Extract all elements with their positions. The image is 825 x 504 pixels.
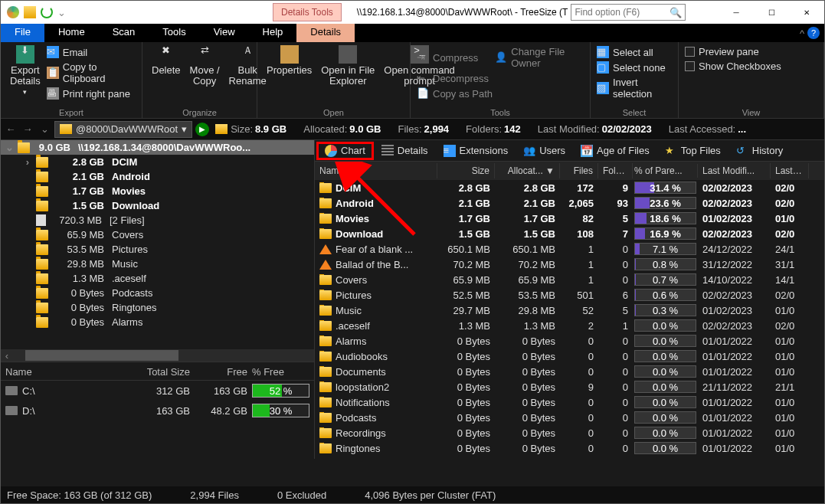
address-bar[interactable]: @8000\DavWWWRoot ▾ bbox=[54, 121, 192, 138]
drive-row[interactable]: D:\ 163 GB 48.2 GB 30 % bbox=[1, 401, 314, 421]
move-copy-button[interactable]: ⇄Move / Copy bbox=[185, 44, 224, 88]
tab-history[interactable]: ↺History bbox=[728, 142, 791, 159]
nav-dropdown[interactable]: ⌄ bbox=[38, 123, 51, 135]
scan-button[interactable]: ▶ bbox=[195, 123, 209, 136]
collapse-ribbon[interactable]: ^ bbox=[800, 28, 804, 39]
col-folders[interactable]: Fold... bbox=[598, 163, 633, 178]
tree-row[interactable]: 0 BytesAlarms bbox=[1, 315, 314, 329]
close-button[interactable]: ✕ bbox=[789, 1, 824, 24]
table-row[interactable]: Ringtones 0 Bytes 0 Bytes 0 0 0.0 % 01/0… bbox=[315, 440, 824, 456]
tab-view[interactable]: View bbox=[200, 24, 249, 42]
tab-details-view[interactable]: Details bbox=[374, 142, 436, 159]
table-row[interactable]: Android 2.1 GB 2.1 GB 2,065 93 23.6 % 02… bbox=[315, 195, 824, 211]
tree-row[interactable]: 1.3 MB.aceself bbox=[1, 271, 314, 286]
tab-users[interactable]: 👥Users bbox=[516, 142, 573, 159]
table-row[interactable]: Pictures 52.5 MB 53.5 MB 501 6 0.6 % 02/… bbox=[315, 287, 824, 303]
tree-row[interactable]: 65.9 MBCovers bbox=[1, 227, 314, 242]
table-row[interactable]: Fear of a blank ... 650.1 MB 650.1 MB 1 … bbox=[315, 241, 824, 257]
find-option-box[interactable]: 🔍 bbox=[571, 4, 686, 21]
change-owner-button[interactable]: 👤Change File Owner bbox=[493, 45, 585, 70]
refresh-icon[interactable] bbox=[41, 6, 53, 18]
open-explorer-button[interactable]: Open in File Explorer bbox=[316, 44, 379, 88]
table-row[interactable]: loopstation2 0 Bytes 0 Bytes 9 0 0.0 % 2… bbox=[315, 379, 824, 394]
table-row[interactable]: Notifications 0 Bytes 0 Bytes 0 0 0.0 % … bbox=[315, 394, 824, 410]
tab-file[interactable]: File bbox=[1, 24, 44, 42]
col-pctfree[interactable]: % Free bbox=[252, 366, 309, 378]
expand-icon[interactable]: ⌄ bbox=[4, 142, 15, 153]
tab-age[interactable]: 📅Age of Files bbox=[573, 142, 657, 159]
table-row[interactable]: Podcasts 0 Bytes 0 Bytes 0 0 0.0 % 01/01… bbox=[315, 410, 824, 425]
col-name[interactable]: Name bbox=[5, 366, 137, 378]
email-button[interactable]: ✉Email bbox=[45, 45, 137, 59]
tree-row[interactable]: 29.8 MBMusic bbox=[1, 257, 314, 271]
tab-scan[interactable]: Scan bbox=[99, 24, 149, 42]
col-name[interactable]: Name bbox=[315, 163, 437, 178]
col-free[interactable]: Free bbox=[195, 366, 252, 378]
tab-home[interactable]: Home bbox=[44, 24, 99, 42]
table-row[interactable]: Documents 0 Bytes 0 Bytes 0 0 0.0 % 01/0… bbox=[315, 364, 824, 379]
compress-button[interactable]: ⇥Compress bbox=[415, 45, 480, 70]
tree-row[interactable]: 720.3 MB[2 Files] bbox=[1, 213, 314, 227]
maximize-button[interactable]: ☐ bbox=[754, 1, 789, 24]
col-files[interactable]: Files bbox=[560, 163, 598, 178]
cell-pct-bar: 0.0 % bbox=[634, 442, 696, 454]
tree-row[interactable]: 1.5 GBDownload bbox=[1, 198, 314, 213]
table-row[interactable]: Ballad of the B... 70.2 MB 70.2 MB 1 0 0… bbox=[315, 257, 824, 272]
table-row[interactable]: DCIM 2.8 GB 2.8 GB 172 9 31.4 % 02/02/20… bbox=[315, 180, 824, 195]
search-icon[interactable]: 🔍 bbox=[669, 7, 682, 18]
select-all-button[interactable]: ▦Select all bbox=[595, 45, 673, 59]
tree-row[interactable]: ›2.8 GBDCIM bbox=[1, 155, 314, 169]
show-checkboxes-checkbox[interactable]: Show Checkboxes bbox=[683, 60, 783, 73]
open-folder-icon[interactable] bbox=[24, 6, 36, 18]
table-row[interactable]: Movies 1.7 GB 1.7 GB 82 5 18.6 % 01/02/2… bbox=[315, 211, 824, 226]
table-row[interactable]: Recordings 0 Bytes 0 Bytes 0 0 0.0 % 01/… bbox=[315, 425, 824, 440]
table-header[interactable]: Name Size Allocat... ▼ Files Fold... % o… bbox=[315, 162, 824, 180]
tree-row[interactable]: 0 BytesRingtones bbox=[1, 300, 314, 315]
tab-tools[interactable]: Tools bbox=[149, 24, 199, 42]
properties-button[interactable]: Properties bbox=[262, 44, 316, 77]
qat-more[interactable]: ⌄ bbox=[57, 7, 66, 18]
addr-dropdown[interactable]: ▾ bbox=[182, 123, 187, 135]
table-row[interactable]: Covers 65.9 MB 65.9 MB 1 0 0.7 % 14/10/2… bbox=[315, 272, 824, 287]
tree-hscroll[interactable]: ‹ bbox=[1, 349, 314, 362]
col-size[interactable]: Size bbox=[437, 163, 495, 178]
select-none-button[interactable]: ▢Select none bbox=[595, 61, 673, 74]
decompress-button[interactable]: ⇤Decompress bbox=[415, 71, 585, 85]
col-total[interactable]: Total Size bbox=[137, 366, 195, 378]
nav-fwd[interactable]: → bbox=[21, 123, 34, 135]
table-row[interactable]: .aceself 1.3 MB 1.3 MB 2 1 0.0 % 02/02/2… bbox=[315, 318, 824, 333]
print-right-pane-button[interactable]: 🖶Print right pane bbox=[45, 87, 137, 100]
col-accessed[interactable]: Last A... bbox=[771, 163, 809, 178]
delete-button[interactable]: ✖Delete bbox=[147, 44, 185, 77]
tab-chart[interactable]: Chart bbox=[316, 142, 374, 160]
tree-row[interactable]: 2.1 GBAndroid bbox=[1, 169, 314, 184]
tree-row[interactable]: 1.7 GBMovies bbox=[1, 184, 314, 198]
export-details-button[interactable]: ⬇ Export Details▾ bbox=[5, 44, 45, 99]
invert-selection-button[interactable]: ▨Invert selection bbox=[595, 76, 673, 100]
help-icon[interactable]: ? bbox=[807, 27, 820, 39]
table-row[interactable]: Audiobooks 0 Bytes 0 Bytes 0 0 0.0 % 01/… bbox=[315, 349, 824, 364]
col-modified[interactable]: Last Modifi... bbox=[698, 163, 771, 178]
expand-icon[interactable]: › bbox=[22, 156, 33, 168]
col-pct-parent[interactable]: % of Pare... bbox=[633, 164, 698, 178]
tab-extensions[interactable]: ≡Extensions bbox=[436, 142, 516, 159]
tree-row[interactable]: 0 BytesPodcasts bbox=[1, 286, 314, 300]
table-row[interactable]: Alarms 0 Bytes 0 Bytes 0 0 0.0 % 01/01/2… bbox=[315, 333, 824, 349]
table-row[interactable]: Music 29.7 MB 29.8 MB 52 5 0.3 % 01/02/2… bbox=[315, 303, 824, 318]
tab-details[interactable]: Details bbox=[296, 24, 355, 42]
drive-row[interactable]: C:\ 312 GB 163 GB 52 % bbox=[1, 381, 314, 401]
tab-help[interactable]: Help bbox=[249, 24, 297, 42]
copy-clipboard-button[interactable]: 📋Copy to Clipboard bbox=[45, 61, 137, 85]
minimize-button[interactable]: ─ bbox=[719, 1, 754, 24]
tab-top-files[interactable]: ★Top Files bbox=[657, 142, 728, 159]
copy-path-button[interactable]: 📄Copy as Path bbox=[415, 87, 585, 100]
col-allocated[interactable]: Allocat... ▼ bbox=[495, 163, 560, 178]
table-row[interactable]: Download 1.5 GB 1.5 GB 108 7 16.9 % 02/0… bbox=[315, 226, 824, 241]
nav-back[interactable]: ← bbox=[4, 123, 18, 135]
tree-row[interactable]: 53.5 MBPictures bbox=[1, 242, 314, 257]
details-table[interactable]: Name Size Allocat... ▼ Files Fold... % o… bbox=[315, 162, 824, 459]
preview-pane-checkbox[interactable]: Preview pane bbox=[683, 45, 783, 58]
tree-root[interactable]: ⌄ 9.0 GB \\192.168.1.34@8000\DavWWWRoo..… bbox=[1, 140, 314, 155]
find-option-input[interactable] bbox=[571, 7, 663, 18]
folder-tree[interactable]: ⌄ 9.0 GB \\192.168.1.34@8000\DavWWWRoo..… bbox=[1, 140, 314, 362]
